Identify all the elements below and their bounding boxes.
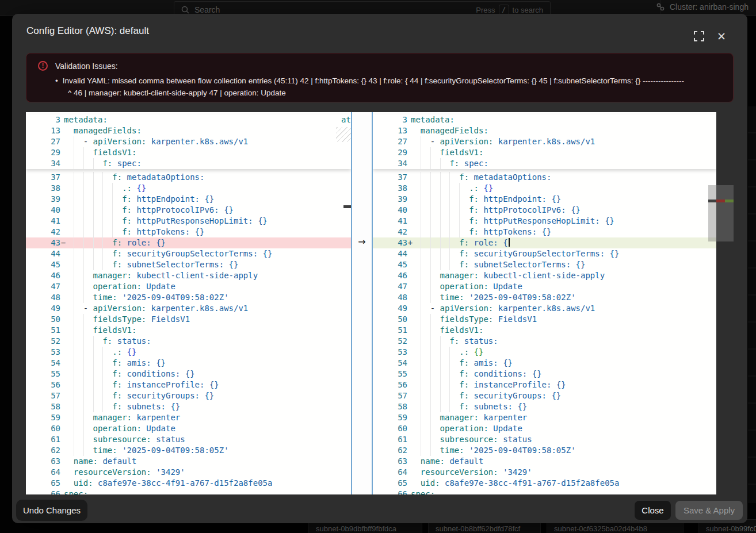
line-number[interactable]: 61 (373, 434, 411, 445)
line-number[interactable]: 38 (26, 183, 64, 194)
code-line[interactable]: 59manager: karpenter (26, 412, 351, 423)
line-number[interactable]: 29 (373, 147, 411, 158)
line-number[interactable]: 37 (373, 172, 411, 183)
undo-changes-button[interactable]: Undo Changes (16, 500, 87, 521)
save-apply-button[interactable]: Save & Apply (675, 501, 743, 520)
line-number[interactable]: 46 (26, 270, 64, 281)
code-line[interactable]: 63name: default (373, 456, 716, 467)
line-number[interactable]: 65 (26, 478, 64, 489)
code-line[interactable]: 13managedFields: (373, 125, 716, 136)
code-line[interactable]: 63name: default (26, 456, 351, 467)
line-number[interactable]: 57 (373, 390, 411, 401)
code-line[interactable]: 58f: subnets: {} (373, 401, 716, 412)
original-pane[interactable]: at 3metadata:13managedFields:27- apiVers… (26, 112, 351, 494)
left-code-body[interactable]: 37f: metadataOptions:38.: {}39f: httpEnd… (26, 172, 351, 494)
code-line[interactable]: 44f: securityGroupSelectorTerms: {} (26, 248, 351, 259)
code-line[interactable]: 55f: conditions: {} (26, 369, 351, 379)
line-number[interactable]: 13 (373, 125, 411, 136)
line-number[interactable]: 65 (373, 478, 411, 489)
code-line[interactable]: 29fieldsV1: (373, 147, 716, 158)
diff-overview-ruler[interactable] (716, 112, 734, 494)
line-number[interactable]: 37 (26, 172, 64, 183)
line-number[interactable]: 34 (373, 158, 411, 169)
line-number[interactable]: 58 (26, 401, 64, 412)
code-line[interactable]: 48time: '2025-09-04T09:58:02Z' (26, 292, 351, 303)
code-line[interactable]: 13managedFields: (26, 125, 351, 136)
line-number[interactable]: 63 (26, 456, 64, 467)
code-line[interactable]: 64resourceVersion: '3429' (373, 467, 716, 478)
code-line[interactable]: 34f: spec: (373, 158, 716, 169)
line-number[interactable]: 52 (373, 336, 411, 347)
line-number[interactable]: 45 (373, 259, 411, 270)
line-number[interactable]: 38 (373, 183, 411, 194)
line-number[interactable]: 46 (373, 270, 411, 281)
line-number[interactable]: 58 (373, 401, 411, 412)
line-number[interactable]: 61 (26, 434, 64, 445)
code-line[interactable]: 58f: subnets: {} (26, 401, 351, 412)
code-line[interactable]: 42f: httpTokens: {} (373, 227, 716, 237)
code-line[interactable]: 65uid: c8afe97e-38cc-4f91-a767-d15f2a8fe… (26, 478, 351, 489)
code-line[interactable]: 38.: {} (26, 183, 351, 194)
code-line[interactable]: 45f: subnetSelectorTerms: {} (373, 259, 716, 270)
modified-pane[interactable]: 3metadata:13managedFields:27- apiVersion… (373, 112, 716, 494)
code-line[interactable]: 51fieldsV1: (373, 325, 716, 336)
line-number[interactable]: 54 (26, 358, 64, 369)
line-number[interactable]: 13 (26, 125, 64, 136)
line-number[interactable]: 27 (26, 136, 64, 147)
code-line[interactable]: 46manager: kubectl-client-side-apply (26, 270, 351, 281)
code-line[interactable]: 49- apiVersion: karpenter.k8s.aws/v1 (26, 303, 351, 314)
line-number[interactable]: 48 (26, 292, 64, 303)
code-line[interactable]: 3metadata: (373, 114, 716, 125)
line-number[interactable]: 53 (373, 347, 411, 358)
code-line[interactable]: 40f: httpProtocolIPv6: {} (373, 205, 716, 216)
line-number[interactable]: 39 (373, 194, 411, 205)
code-line[interactable]: 60operation: Update (373, 423, 716, 434)
code-line[interactable]: 49- apiVersion: karpenter.k8s.aws/v1 (373, 303, 716, 314)
sticky-scroll-header[interactable]: 3metadata:13managedFields:27- apiVersion… (26, 114, 351, 169)
code-line[interactable]: 41f: httpPutResponseHopLimit: {} (26, 216, 351, 227)
line-number[interactable]: 55 (373, 369, 411, 379)
right-code-body[interactable]: 37f: metadataOptions:38.: {}39f: httpEnd… (373, 172, 716, 494)
line-number[interactable]: 39 (26, 194, 64, 205)
code-line[interactable]: 53.: {} (26, 347, 351, 358)
code-line[interactable]: 43+f: role: { (373, 237, 716, 248)
code-line[interactable]: 52f: status: (373, 336, 716, 347)
line-number[interactable]: 55 (26, 369, 64, 379)
line-number[interactable]: 50 (26, 314, 64, 325)
code-line[interactable]: 61subresource: status (373, 434, 716, 445)
code-line[interactable]: 57f: securityGroups: {} (26, 390, 351, 401)
line-number[interactable]: 47 (373, 281, 411, 292)
line-number[interactable]: 54 (373, 358, 411, 369)
line-number[interactable]: 34 (26, 158, 64, 169)
code-line[interactable]: 46manager: kubectl-client-side-apply (373, 270, 716, 281)
line-number[interactable]: 53 (26, 347, 64, 358)
code-line[interactable]: 52f: status: (26, 336, 351, 347)
line-number[interactable]: 59 (373, 412, 411, 423)
close-button[interactable]: Close (635, 501, 671, 520)
code-line[interactable]: 44f: securityGroupSelectorTerms: {} (373, 248, 716, 259)
line-number[interactable]: 50 (373, 314, 411, 325)
line-number[interactable]: 27 (373, 136, 411, 147)
line-number[interactable]: 59 (26, 412, 64, 423)
code-line[interactable]: 39f: httpEndpoint: {} (26, 194, 351, 205)
line-number[interactable]: 44 (373, 248, 411, 259)
line-number[interactable]: 40 (26, 205, 64, 216)
line-number[interactable]: 42 (26, 227, 64, 237)
code-line[interactable]: 47operation: Update (26, 281, 351, 292)
code-line[interactable]: 55f: conditions: {} (373, 369, 716, 379)
code-line[interactable]: 65uid: c8afe97e-38cc-4f91-a767-d15f2a8fe… (373, 478, 716, 489)
fullscreen-button[interactable] (693, 30, 705, 43)
code-line[interactable]: 43−f: role: {} (26, 237, 351, 248)
revert-change-arrow[interactable]: → (358, 236, 365, 247)
code-line[interactable]: 53.: {} (373, 347, 716, 358)
line-number[interactable]: 43+ (373, 237, 411, 248)
code-line[interactable]: 37f: metadataOptions: (373, 172, 716, 183)
code-line[interactable]: 29fieldsV1: (26, 147, 351, 158)
code-line[interactable]: 34f: spec: (26, 158, 351, 169)
line-number[interactable]: 60 (26, 423, 64, 434)
line-number[interactable]: 51 (26, 325, 64, 336)
code-line[interactable]: 48time: '2025-09-04T09:58:02Z' (373, 292, 716, 303)
line-number[interactable]: 3 (373, 114, 411, 125)
code-line[interactable]: 66spec: (26, 489, 351, 494)
code-line[interactable]: 56f: instanceProfile: {} (373, 379, 716, 390)
